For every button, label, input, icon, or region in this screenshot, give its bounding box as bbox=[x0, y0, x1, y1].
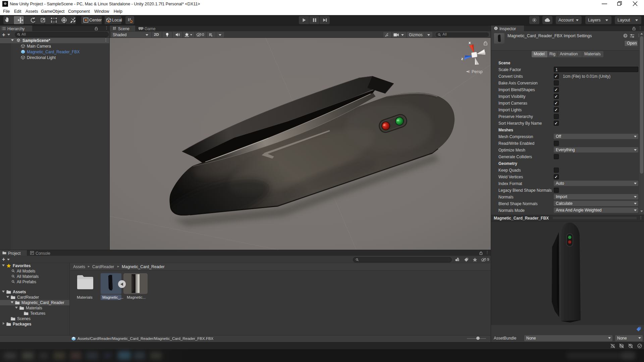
svg-text:x: x bbox=[469, 41, 471, 45]
svg-text:Persp: Persp bbox=[472, 69, 483, 74]
svg-text:z: z bbox=[461, 57, 463, 61]
svg-text:?: ? bbox=[625, 34, 627, 38]
